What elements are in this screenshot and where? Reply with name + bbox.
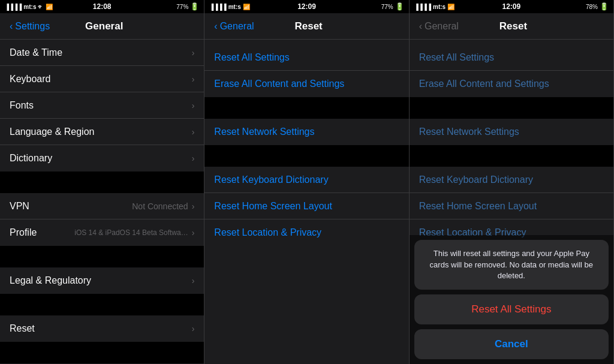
vpn-label: VPN [10, 201, 132, 212]
nav-title-3: Reset [459, 20, 568, 32]
reset-all-label-2: Reset All Settings [214, 52, 289, 63]
battery-icon-2: 🔋 [395, 2, 404, 11]
dialog-message: This will reset all settings and your Ap… [414, 240, 609, 290]
back-button-1[interactable]: ‹ Settings [10, 21, 50, 32]
status-bar-3: ▐▐▐▐ mt:s 📶 12:09 78% 🔋 [410, 0, 613, 13]
reset-group1-3: Reset All Settings Erase All Content and… [410, 44, 613, 97]
group-vpn: VPN Not Connected › Profile iOS 14 & iPa… [0, 193, 204, 246]
fonts-item[interactable]: Fonts › [0, 92, 204, 119]
wifi-icon-3: 📶 [447, 4, 455, 10]
wifi-icon-2: 📶 [243, 4, 250, 10]
profile-chevron: › [192, 228, 195, 237]
battery-icon-3: 🔋 [600, 2, 609, 11]
back-label-1: Settings [15, 21, 50, 32]
date-time-chevron: › [192, 48, 195, 58]
reset-location-2[interactable]: Reset Location & Privacy [204, 219, 408, 246]
erase-all-3[interactable]: Erase All Content and Settings [410, 71, 613, 97]
reset-all-label-3: Reset All Settings [419, 52, 494, 63]
reset-homescreen-label-3: Reset Home Screen Layout [419, 201, 537, 212]
reset-keyboard-2[interactable]: Reset Keyboard Dictionary [204, 167, 408, 193]
reset-list-2: Reset All Settings Erase All Content and… [204, 40, 408, 364]
date-time-label: Date & Time [10, 47, 192, 58]
status-bar-1: ▐▐▐▐ mt:s ᯤ 📶 12:08 77% 🔋 [0, 0, 204, 13]
reset-all-dialog-button[interactable]: Reset All Settings [414, 294, 609, 324]
nav-bar-3: ‹ General Reset [410, 13, 613, 40]
date-time-item[interactable]: Date & Time › [0, 40, 204, 66]
group-legal: Legal & Regulatory › [0, 267, 204, 294]
reset-group2: Reset Network Settings [204, 119, 408, 145]
reset-network-3[interactable]: Reset Network Settings [410, 119, 613, 145]
back-label-3: General [425, 21, 459, 32]
legal-label: Legal & Regulatory [10, 275, 192, 286]
language-item[interactable]: Language & Region › [0, 119, 204, 145]
reset-nav-chevron: › [192, 324, 195, 333]
time-2: 12:09 [297, 2, 316, 11]
status-right-2: 77% 🔋 [381, 2, 404, 11]
cancel-dialog-button[interactable]: Cancel [414, 329, 609, 359]
status-left-3: ▐▐▐▐ mt:s 📶 [414, 4, 455, 10]
reset-nav-label: Reset [10, 323, 192, 334]
reset-location-label-2: Reset Location & Privacy [214, 227, 321, 238]
reset-network-label-2: Reset Network Settings [214, 127, 314, 137]
panel3-content: Reset All Settings Erase All Content and… [410, 40, 613, 364]
keyboard-item[interactable]: Keyboard › [0, 66, 204, 92]
time-3: 12:09 [502, 2, 520, 11]
nav-bar-2: ‹ General Reset [204, 13, 408, 40]
legal-item[interactable]: Legal & Regulatory › [0, 267, 204, 294]
reset-homescreen-3[interactable]: Reset Home Screen Layout [410, 193, 613, 219]
back-chevron-2: ‹ [214, 21, 217, 32]
signal-bars-1: ▐▐▐▐ [5, 4, 22, 10]
profile-value: iOS 14 & iPadOS 14 Beta Softwa… [74, 228, 188, 237]
battery-icon-1: 🔋 [190, 2, 199, 11]
carrier-1: mt:s ᯤ [23, 4, 44, 10]
reset-homescreen-2[interactable]: Reset Home Screen Layout [204, 193, 408, 219]
reset-network-label-3: Reset Network Settings [419, 127, 519, 137]
fonts-chevron: › [192, 101, 195, 110]
erase-all-2[interactable]: Erase All Content and Settings [204, 71, 408, 97]
status-right-1: 77% 🔋 [176, 2, 199, 11]
nav-title-2: Reset [254, 20, 363, 32]
status-left-2: ▐▐▐▐ mt:s 📶 [209, 4, 249, 10]
panel-general: ▐▐▐▐ mt:s ᯤ 📶 12:08 77% 🔋 ‹ Settings Gen… [0, 0, 204, 364]
status-right-3: 78% 🔋 [586, 2, 609, 11]
legal-chevron: › [192, 276, 195, 285]
back-chevron-1: ‹ [10, 21, 13, 32]
profile-label: Profile [10, 227, 74, 238]
back-button-2[interactable]: ‹ General [214, 21, 254, 32]
language-chevron: › [192, 127, 195, 137]
back-button-3[interactable]: ‹ General [419, 21, 459, 32]
back-chevron-3: ‹ [419, 21, 422, 32]
reset-group3: Reset Keyboard Dictionary Reset Home Scr… [204, 167, 408, 246]
reset-all-settings-3[interactable]: Reset All Settings [410, 44, 613, 71]
vpn-item[interactable]: VPN Not Connected › [0, 193, 204, 219]
group-datetime: Date & Time › Keyboard › Fonts › Languag… [0, 40, 204, 172]
panel-reset-dialog: ▐▐▐▐ mt:s 📶 12:09 78% 🔋 ‹ General Reset … [410, 0, 614, 364]
battery-pct-1: 77% [176, 4, 188, 10]
reset-keyboard-3[interactable]: Reset Keyboard Dictionary [410, 167, 613, 193]
panel-reset: ▐▐▐▐ mt:s 📶 12:09 77% 🔋 ‹ General Reset … [204, 0, 409, 364]
fonts-label: Fonts [10, 100, 192, 111]
reset-keyboard-label-2: Reset Keyboard Dictionary [214, 175, 328, 185]
time-1: 12:08 [93, 2, 112, 11]
gap-r2 [204, 145, 408, 167]
gap-3 [0, 294, 204, 315]
vpn-chevron: › [192, 201, 195, 211]
dictionary-chevron: › [192, 154, 195, 163]
reset-nav-item[interactable]: Reset › [0, 315, 204, 342]
language-label: Language & Region [10, 127, 192, 137]
gap-r1 [204, 97, 408, 119]
carrier-2: mt:s [228, 4, 241, 10]
dictionary-item[interactable]: Dictionary › [0, 145, 204, 172]
profile-item[interactable]: Profile iOS 14 & iPadOS 14 Beta Softwa… … [0, 219, 204, 246]
reset-all-settings-2[interactable]: Reset All Settings [204, 44, 408, 71]
wifi-icon-1: 📶 [46, 4, 53, 10]
reset-group3-3: Reset Keyboard Dictionary Reset Home Scr… [410, 167, 613, 246]
settings-list-1: Date & Time › Keyboard › Fonts › Languag… [0, 40, 204, 364]
reset-network-2[interactable]: Reset Network Settings [204, 119, 408, 145]
signal-bars-3: ▐▐▐▐ [414, 4, 431, 10]
nav-title-1: General [50, 20, 158, 32]
reset-group2-3: Reset Network Settings [410, 119, 613, 145]
dictionary-label: Dictionary [10, 153, 192, 164]
battery-pct-2: 77% [381, 4, 393, 10]
nav-bar-1: ‹ Settings General [0, 13, 204, 40]
